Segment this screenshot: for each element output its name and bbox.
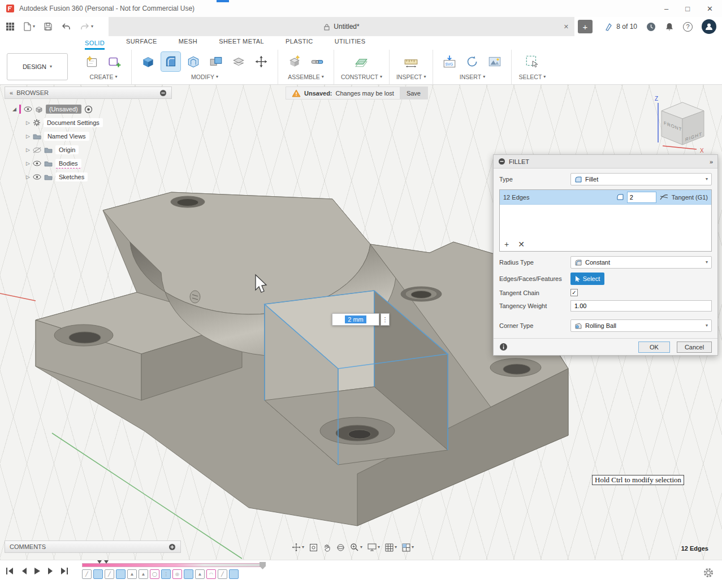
- select-tool-button[interactable]: [522, 52, 542, 71]
- fillet-dialog-header[interactable]: FILLET »: [494, 155, 717, 168]
- play-button[interactable]: [34, 567, 41, 575]
- eye-icon[interactable]: [33, 174, 41, 180]
- dock-dialog-icon[interactable]: »: [710, 158, 713, 165]
- view-cube[interactable]: Z FRONT RIGHT X: [651, 93, 718, 155]
- tree-item-label[interactable]: Sketches: [55, 172, 88, 181]
- caret-right-icon[interactable]: ▷: [26, 147, 30, 153]
- orbit-button[interactable]: [336, 543, 345, 552]
- timeline-feature-sketch[interactable]: ╱: [218, 569, 227, 579]
- notifications-bell-icon[interactable]: [665, 22, 674, 32]
- insert-derive-button[interactable]: [462, 52, 482, 71]
- shell-button[interactable]: [184, 52, 203, 71]
- tab-utilities[interactable]: UTILITIES: [335, 38, 366, 50]
- help-button[interactable]: ?: [683, 22, 693, 32]
- circle-minus-icon[interactable]: [159, 89, 167, 97]
- tree-item-label[interactable]: Bodies: [55, 159, 81, 168]
- group-modify-label[interactable]: MODIFY: [191, 74, 214, 80]
- radius-input[interactable]: [627, 192, 656, 203]
- tree-item-label[interactable]: Named Views: [44, 132, 89, 141]
- select-button[interactable]: Select: [570, 273, 604, 285]
- timeline-feature-hole[interactable]: ◎: [172, 569, 182, 579]
- timeline-position-handle[interactable]: [260, 562, 266, 569]
- close-window-button[interactable]: ✕: [707, 5, 713, 13]
- go-to-end-button[interactable]: [60, 567, 69, 575]
- tree-item-label[interactable]: Document Settings: [44, 118, 103, 127]
- ok-button[interactable]: OK: [638, 341, 670, 353]
- tab-surface[interactable]: SURFACE: [126, 38, 157, 50]
- timeline-feature-extrude[interactable]: [93, 569, 103, 579]
- type-dropdown[interactable]: Fillet ▾: [570, 173, 712, 185]
- tab-solid[interactable]: SOLID: [85, 40, 105, 50]
- collapse-panel-icon[interactable]: «: [10, 89, 13, 96]
- caret-right-icon[interactable]: ▷: [26, 133, 30, 139]
- zoom-button[interactable]: ▾: [350, 543, 362, 552]
- move-copy-button[interactable]: [252, 52, 271, 71]
- avatar[interactable]: [702, 19, 716, 34]
- new-tab-button[interactable]: +: [578, 20, 593, 33]
- timeline-feature-extrude[interactable]: [116, 569, 126, 579]
- tree-root-row[interactable]: ◢ (Unsaved): [5, 102, 172, 116]
- info-icon[interactable]: [499, 343, 508, 351]
- timeline-feature-hole[interactable]: ◯: [150, 569, 159, 579]
- group-create-label[interactable]: CREATE: [90, 74, 114, 80]
- timeline-track[interactable]: ╱ ╱ ▲ ▲ ◯ ⋮ ◎ ▲ ◠ ╱: [82, 563, 262, 579]
- timeline-marker-icon[interactable]: [104, 560, 109, 564]
- close-document-button[interactable]: ✕: [564, 23, 569, 31]
- insert-image-button[interactable]: [485, 52, 504, 71]
- go-to-start-button[interactable]: [6, 567, 14, 575]
- tangent-chain-checkbox[interactable]: ✓: [570, 289, 578, 296]
- timeline-feature-sketch[interactable]: ▲: [139, 569, 148, 579]
- tree-item-named-views[interactable]: ▷ Named Views: [5, 129, 172, 143]
- cancel-button[interactable]: Cancel: [677, 341, 712, 353]
- measure-button[interactable]: [401, 52, 421, 71]
- tab-sheet-metal[interactable]: SHEET METAL: [219, 38, 264, 50]
- dialog-options-icon[interactable]: [498, 158, 505, 165]
- combine-button[interactable]: [206, 52, 226, 71]
- save-link[interactable]: Save: [400, 87, 427, 99]
- circle-plus-icon[interactable]: [168, 543, 176, 551]
- group-assemble-label[interactable]: ASSEMBLE: [288, 74, 320, 80]
- timeline-feature-sketch[interactable]: ╱: [105, 569, 114, 579]
- selection-row[interactable]: 12 Edges Tangent (G1): [500, 190, 711, 205]
- tab-mesh[interactable]: MESH: [179, 38, 197, 50]
- eye-icon[interactable]: [33, 161, 41, 166]
- model-body[interactable]: [36, 192, 568, 526]
- add-selection-button[interactable]: +: [504, 240, 509, 249]
- remove-selection-button[interactable]: ✕: [518, 240, 525, 249]
- group-inspect-label[interactable]: INSPECT: [396, 74, 422, 80]
- comments-header[interactable]: COMMENTS: [5, 541, 181, 553]
- eye-icon[interactable]: [24, 106, 32, 112]
- browser-header[interactable]: « BROWSER: [5, 87, 172, 99]
- new-component-button[interactable]: [285, 52, 304, 71]
- timeline-scrub-bar[interactable]: [82, 563, 262, 567]
- corner-type-dropdown[interactable]: Rolling Ball ▾: [570, 319, 712, 332]
- insert-svg-button[interactable]: SVG: [440, 52, 459, 71]
- joint-button[interactable]: [308, 52, 327, 71]
- root-document-label[interactable]: (Unsaved): [46, 105, 81, 114]
- group-construct-label[interactable]: CONSTRUCT: [341, 74, 378, 80]
- tree-item-origin[interactable]: ▷ Origin: [5, 143, 172, 157]
- timeline-marker-icon[interactable]: [97, 560, 102, 564]
- tree-item-bodies[interactable]: ▷ Bodies: [5, 157, 172, 170]
- 3d-viewport[interactable]: « BROWSER ◢ (Unsaved) ▷ Document Setting…: [0, 85, 722, 560]
- timeline-feature-pattern[interactable]: ⋮: [161, 569, 171, 579]
- group-insert-label[interactable]: INSERT: [460, 74, 481, 80]
- step-forward-button[interactable]: [47, 567, 54, 575]
- activate-target-icon[interactable]: [84, 105, 93, 114]
- tree-item-label[interactable]: Origin: [55, 145, 79, 154]
- maximize-button[interactable]: □: [685, 5, 690, 13]
- minimize-button[interactable]: –: [664, 5, 668, 13]
- pan-hand-button[interactable]: [323, 543, 331, 552]
- timeline-feature-sketch[interactable]: ▲: [195, 569, 205, 579]
- caret-right-icon[interactable]: ▷: [26, 161, 30, 166]
- eye-off-icon[interactable]: [33, 147, 41, 153]
- tree-item-sketches[interactable]: ▷ Sketches: [5, 170, 172, 184]
- tangent-icon[interactable]: [660, 193, 668, 201]
- look-at-button[interactable]: [309, 543, 318, 552]
- pan-orbit-button[interactable]: ▾: [292, 543, 304, 552]
- grid-snap-button[interactable]: ▾: [385, 543, 397, 552]
- step-back-button[interactable]: [21, 567, 27, 575]
- radius-type-dropdown[interactable]: Constant ▾: [570, 256, 712, 269]
- viewports-button[interactable]: ▾: [402, 543, 414, 552]
- tree-item-document-settings[interactable]: ▷ Document Settings: [5, 116, 172, 129]
